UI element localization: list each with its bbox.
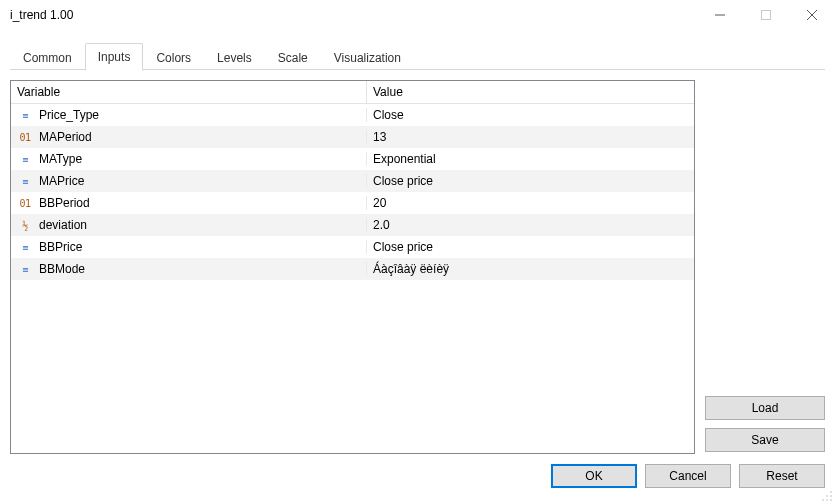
svg-point-5 [826,495,828,497]
variable-name: deviation [39,218,87,232]
cancel-button[interactable]: Cancel [645,464,731,488]
cell-variable: 01BBPeriod [11,196,367,210]
window-buttons [697,0,835,30]
variable-name: BBPeriod [39,196,90,210]
tab-strip: CommonInputsColorsLevelsScaleVisualizati… [10,40,825,70]
minimize-icon [715,10,725,20]
tab-inputs[interactable]: Inputs [85,43,144,71]
enum-type-icon: ≡ [17,262,33,276]
maximize-button [743,0,789,30]
tab-levels[interactable]: Levels [204,44,265,71]
close-button[interactable] [789,0,835,30]
enum-type-icon: ≡ [17,240,33,254]
variable-name: BBMode [39,262,85,276]
cell-value[interactable]: 20 [367,196,694,210]
window-title: i_trend 1.00 [10,8,697,22]
save-button[interactable]: Save [705,428,825,452]
inputs-table: Variable Value ≡Price_TypeClose01MAPerio… [10,80,695,454]
cell-variable: 01MAPeriod [11,130,367,144]
table-row[interactable]: ≡Price_TypeClose [11,104,694,126]
enum-type-icon: ≡ [17,174,33,188]
client-area: CommonInputsColorsLevelsScaleVisualizati… [0,30,835,504]
header-variable[interactable]: Variable [11,81,367,103]
titlebar: i_trend 1.00 [0,0,835,30]
cell-variable: ½deviation [11,218,367,232]
cell-variable: ≡MAPrice [11,174,367,188]
tab-colors[interactable]: Colors [143,44,204,71]
cell-variable: ≡BBMode [11,262,367,276]
table-body: ≡Price_TypeClose01MAPeriod13≡MATypeExpon… [11,104,694,453]
variable-name: BBPrice [39,240,82,254]
table-row[interactable]: ≡BBModeÁàçîâàÿ ëèíèÿ [11,258,694,280]
cell-value[interactable]: Close price [367,240,694,254]
close-icon [807,10,817,20]
cell-value[interactable]: 13 [367,130,694,144]
tab-scale[interactable]: Scale [265,44,321,71]
cell-value[interactable]: Close [367,108,694,122]
table-row[interactable]: 01MAPeriod13 [11,126,694,148]
table-row[interactable]: ≡MATypeExponential [11,148,694,170]
enum-type-icon: ≡ [17,108,33,122]
table-row[interactable]: ≡MAPriceClose price [11,170,694,192]
svg-point-7 [822,499,824,501]
table-row[interactable]: 01BBPeriod20 [11,192,694,214]
footer-buttons: OK Cancel Reset [10,454,825,488]
svg-point-8 [826,499,828,501]
tab-common[interactable]: Common [10,44,85,71]
tab-visualization[interactable]: Visualization [321,44,414,71]
maximize-icon [761,10,771,20]
header-value[interactable]: Value [367,81,694,103]
table-row[interactable]: ≡BBPriceClose price [11,236,694,258]
main-row: Variable Value ≡Price_TypeClose01MAPerio… [10,70,825,454]
ok-button[interactable]: OK [551,464,637,488]
variable-name: MAPeriod [39,130,92,144]
variable-name: MAPrice [39,174,84,188]
reset-button[interactable]: Reset [739,464,825,488]
int-type-icon: 01 [17,196,33,210]
cell-value[interactable]: Exponential [367,152,694,166]
svg-point-9 [830,499,832,501]
svg-rect-1 [762,11,771,20]
cell-variable: ≡BBPrice [11,240,367,254]
cell-value[interactable]: Close price [367,174,694,188]
svg-point-4 [830,491,832,493]
cell-variable: ≡Price_Type [11,108,367,122]
table-header: Variable Value [11,81,694,104]
minimize-button[interactable] [697,0,743,30]
variable-name: Price_Type [39,108,99,122]
cell-variable: ≡MAType [11,152,367,166]
enum-type-icon: ≡ [17,152,33,166]
float-type-icon: ½ [17,218,33,232]
load-button[interactable]: Load [705,396,825,420]
cell-value[interactable]: 2.0 [367,218,694,232]
int-type-icon: 01 [17,130,33,144]
table-row[interactable]: ½deviation2.0 [11,214,694,236]
svg-point-6 [830,495,832,497]
side-buttons: Load Save [705,80,825,454]
resize-grip-icon[interactable] [819,488,833,502]
cell-value[interactable]: Áàçîâàÿ ëèíèÿ [367,262,694,276]
variable-name: MAType [39,152,82,166]
